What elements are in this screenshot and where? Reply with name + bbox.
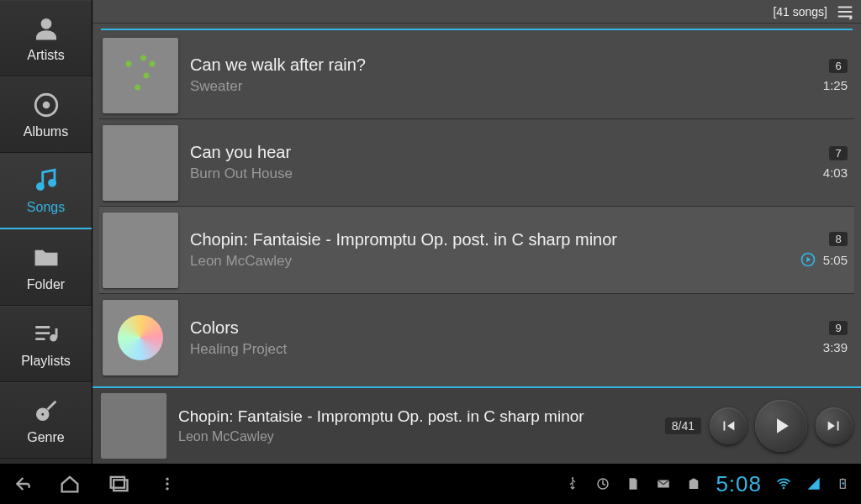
song-info: Can we walk after rain? Sweater xyxy=(190,55,780,95)
sidebar-item-label: Playlists xyxy=(21,354,71,369)
now-playing-bar[interactable]: Chopin: Fantaisie - Impromptu Op. post. … xyxy=(92,386,861,464)
song-meta: 7 4:03 xyxy=(792,146,851,180)
album-art xyxy=(103,300,178,375)
now-playing-artist: Leon McCawley xyxy=(178,429,653,444)
recent-apps-button[interactable] xyxy=(106,471,131,496)
now-playing-indicator-icon xyxy=(800,251,816,268)
album-art xyxy=(103,125,178,201)
song-artist: Leon McCawley xyxy=(190,253,780,270)
back-button[interactable] xyxy=(8,471,34,496)
svg-rect-19 xyxy=(842,479,843,480)
song-row[interactable]: Can you hear Burn Out House 7 4:03 xyxy=(99,119,854,207)
song-duration: 4:03 xyxy=(823,165,848,180)
home-button[interactable] xyxy=(57,471,82,496)
song-title: Chopin: Fantaisie - Impromptu Op. post. … xyxy=(190,230,780,249)
album-art xyxy=(103,38,178,113)
sidebar-item-label: Genre xyxy=(27,430,64,445)
song-meta: 9 3:39 xyxy=(792,321,851,354)
song-meta: 8 5:05 xyxy=(792,232,851,268)
song-info: Chopin: Fantaisie - Impromptu Op. post. … xyxy=(190,230,780,270)
usb-icon xyxy=(564,475,581,492)
sync-icon xyxy=(594,475,611,492)
track-number-badge: 8 xyxy=(829,232,848,246)
svg-point-0 xyxy=(41,18,50,28)
wifi-icon xyxy=(775,475,792,492)
sidebar-item-label: Artists xyxy=(27,48,64,63)
song-row[interactable]: Can we walk after rain? Sweater 6 1:25 xyxy=(99,32,854,119)
song-info: Can you hear Burn Out House xyxy=(190,143,780,182)
sidebar-item-genre[interactable]: Genre xyxy=(0,382,92,459)
sidebar-item-label: Folder xyxy=(27,277,65,292)
song-artist: Healing Project xyxy=(190,341,780,358)
play-button[interactable] xyxy=(755,400,807,452)
song-title: Can you hear xyxy=(190,143,780,162)
now-playing-title: Chopin: Fantaisie - Impromptu Op. post. … xyxy=(178,407,653,426)
play-store-icon xyxy=(685,475,702,492)
song-title: Colors xyxy=(190,318,780,338)
guitar-icon xyxy=(32,396,61,425)
sidebar-item-label: Songs xyxy=(27,200,65,215)
disc-icon xyxy=(32,91,61,119)
mail-icon xyxy=(655,475,672,492)
svg-point-4 xyxy=(48,180,55,187)
song-meta: 6 1:25 xyxy=(792,59,851,92)
song-row[interactable]: Chopin: Fantaisie - Impromptu Op. post. … xyxy=(99,207,854,294)
sidebar-item-songs[interactable]: Songs xyxy=(0,153,92,229)
track-number-badge: 9 xyxy=(829,321,848,335)
topbar: [41 songs] xyxy=(92,0,861,24)
sidebar-item-folder[interactable]: Folder xyxy=(0,229,92,306)
song-duration: 3:39 xyxy=(823,340,848,354)
svg-point-13 xyxy=(166,487,168,490)
track-number-badge: 7 xyxy=(829,146,848,160)
song-duration: 5:05 xyxy=(823,253,848,267)
queue-position-badge: 8/41 xyxy=(665,417,701,434)
song-info: Colors Healing Project xyxy=(190,318,780,358)
song-duration: 1:25 xyxy=(823,78,848,92)
overflow-menu-button[interactable] xyxy=(155,471,180,496)
svg-point-17 xyxy=(783,487,785,490)
svg-point-7 xyxy=(40,412,44,416)
song-count-label: [41 songs] xyxy=(773,5,827,18)
signal-icon xyxy=(806,475,822,492)
sidebar-item-playlists[interactable]: Playlists xyxy=(0,306,92,382)
battery-charging-icon xyxy=(836,475,853,492)
song-artist: Burn Out House xyxy=(190,165,780,182)
main-panel: [41 songs] Can we walk after rain? Sweat… xyxy=(92,0,861,464)
sd-card-icon xyxy=(625,475,642,492)
track-number-badge: 6 xyxy=(829,59,848,73)
sidebar: Artists Albums Songs Folder Playlists xyxy=(0,0,92,464)
song-artist: Sweater xyxy=(190,78,780,95)
sidebar-item-label: Albums xyxy=(24,124,68,139)
song-list[interactable]: Can we walk after rain? Sweater 6 1:25 C… xyxy=(92,30,861,386)
previous-button[interactable] xyxy=(710,407,747,444)
svg-point-2 xyxy=(43,102,49,108)
sidebar-item-albums[interactable]: Albums xyxy=(0,76,92,153)
song-row[interactable]: Colors Healing Project 9 3:39 xyxy=(99,294,854,381)
music-note-icon xyxy=(32,166,61,195)
song-title: Can we walk after rain? xyxy=(190,55,780,75)
list-menu-icon[interactable] xyxy=(836,3,854,21)
svg-point-11 xyxy=(166,478,168,480)
folder-icon xyxy=(32,244,61,272)
now-playing-album-art[interactable] xyxy=(101,393,166,459)
status-clock: 5:08 xyxy=(716,471,762,497)
sidebar-item-artists[interactable]: Artists xyxy=(0,0,92,76)
system-navigation-bar: 5:08 xyxy=(0,464,861,504)
now-playing-info: Chopin: Fantaisie - Impromptu Op. post. … xyxy=(178,407,653,444)
svg-point-14 xyxy=(572,477,573,479)
person-icon xyxy=(32,14,61,43)
svg-point-12 xyxy=(166,482,168,485)
album-art xyxy=(103,213,178,288)
next-button[interactable] xyxy=(816,407,853,444)
playlist-icon xyxy=(32,320,61,349)
svg-point-3 xyxy=(36,183,44,191)
